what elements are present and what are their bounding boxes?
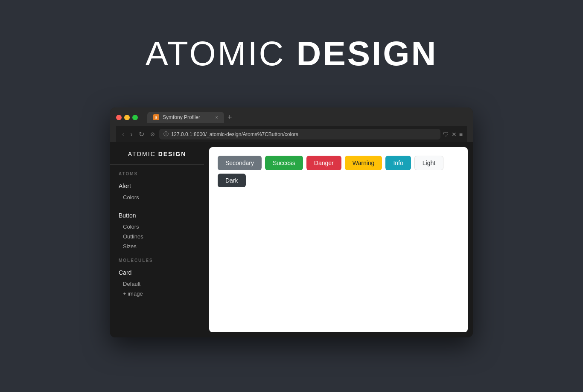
sidebar-item-button-sizes[interactable]: Sizes	[110, 241, 204, 251]
new-tab-button[interactable]: +	[226, 113, 234, 122]
tab-favicon-icon: S	[153, 114, 159, 120]
button-row: SecondarySuccessDangerWarningInfoLightDa…	[209, 147, 468, 196]
sidebar-logo-bold: DESIGN	[158, 151, 187, 157]
security-icon: ⓘ	[163, 131, 169, 138]
sidebar-item-card-default[interactable]: Default	[110, 279, 204, 289]
address-bar[interactable]: ⓘ 127.0.0.1:8000/_atomic-design/Atoms%7C…	[159, 129, 440, 139]
hero-title: ATOMIC DESIGN	[146, 34, 438, 73]
refresh-button[interactable]: ↻	[137, 129, 146, 139]
sidebar-logo-light: ATOMIC	[128, 151, 158, 157]
hero-section: ATOMIC DESIGN	[146, 0, 438, 95]
brave-shield-icon[interactable]: 🛡	[443, 131, 449, 138]
sidebar-item-alert-colors[interactable]: Colors	[110, 192, 204, 202]
minimize-button[interactable]	[124, 115, 130, 120]
address-text: 127.0.0.1:8000/_atomic-design/Atoms%7CBu…	[171, 131, 298, 137]
browser-window: S Symfony Profiler × + ‹ › ↻ ⊘ ⓘ 127.0.0…	[110, 107, 473, 337]
btn-danger[interactable]: Danger	[306, 156, 341, 170]
main-panel: SecondarySuccessDangerWarningInfoLightDa…	[209, 147, 468, 332]
sidebar-item-button-colors[interactable]: Colors	[110, 222, 204, 232]
back-button[interactable]: ‹	[120, 130, 126, 139]
btn-info[interactable]: Info	[385, 156, 411, 170]
bookmark-button[interactable]: ⊘	[149, 130, 157, 138]
sidebar-item-button-outlines[interactable]: Outlines	[110, 232, 204, 241]
btn-warning[interactable]: Warning	[345, 156, 382, 170]
hero-title-bold: DESIGN	[297, 35, 438, 73]
tab-area: S Symfony Profiler × +	[147, 112, 234, 123]
traffic-lights	[116, 115, 138, 120]
btn-success[interactable]: Success	[265, 156, 303, 170]
spacer-2	[110, 251, 204, 258]
close-button[interactable]	[116, 115, 122, 120]
forward-button[interactable]: ›	[128, 130, 134, 139]
spacer-1	[110, 202, 204, 209]
hero-title-light: ATOMIC	[146, 35, 297, 73]
sidebar: ATOMIC DESIGN ATOMS Alert Colors Button …	[110, 142, 204, 337]
extension-icon[interactable]: ✕	[452, 131, 457, 138]
btn-secondary[interactable]: Secondary	[218, 156, 262, 170]
sidebar-logo: ATOMIC DESIGN	[110, 151, 204, 165]
main-content-area	[209, 196, 468, 332]
alert-label: Alert	[119, 183, 131, 189]
browser-tab[interactable]: S Symfony Profiler ×	[147, 112, 224, 123]
molecules-section-label: MOLECULES	[110, 258, 204, 266]
maximize-button[interactable]	[132, 115, 138, 120]
sidebar-item-card-image[interactable]: + image	[110, 289, 204, 299]
sidebar-item-alert[interactable]: Alert	[110, 180, 204, 192]
browser-titlebar: S Symfony Profiler × +	[116, 112, 467, 123]
browser-toolbar: ‹ › ↻ ⊘ ⓘ 127.0.0.1:8000/_atomic-design/…	[116, 126, 467, 142]
tab-title: Symfony Profiler	[163, 114, 212, 120]
sidebar-item-button[interactable]: Button	[110, 209, 204, 222]
btn-light[interactable]: Light	[414, 156, 443, 170]
browser-chrome: S Symfony Profiler × + ‹ › ↻ ⊘ ⓘ 127.0.0…	[110, 107, 473, 142]
atoms-section-label: ATOMS	[110, 171, 204, 180]
browser-toolbar-icons: 🛡 ✕ ≡	[443, 131, 463, 138]
sidebar-item-card[interactable]: Card	[110, 266, 204, 279]
btn-dark[interactable]: Dark	[218, 174, 246, 187]
tab-close-icon[interactable]: ×	[216, 115, 218, 120]
browser-content: ATOMIC DESIGN ATOMS Alert Colors Button …	[110, 142, 473, 337]
menu-icon[interactable]: ≡	[459, 131, 463, 138]
card-label: Card	[119, 269, 131, 276]
button-label: Button	[119, 212, 136, 219]
